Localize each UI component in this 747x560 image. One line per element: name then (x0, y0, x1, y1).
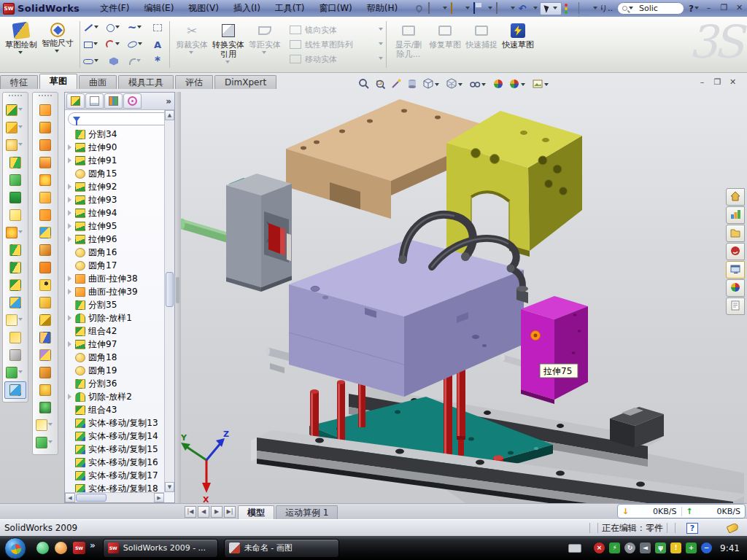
toolbar-overflow-label[interactable]: り.. (600, 3, 613, 14)
tab-dimxpert-manager[interactable] (123, 93, 142, 109)
hud-edit-appearance[interactable] (492, 78, 504, 92)
quicklaunch-chevron[interactable]: » (90, 540, 96, 551)
options-dropdown[interactable] (593, 7, 597, 9)
tool-extruded-boss[interactable] (4, 119, 26, 136)
tray-warning[interactable]: ! (670, 542, 681, 553)
expand-arrow-icon[interactable] (68, 197, 75, 203)
tool-split[interactable] (4, 241, 26, 259)
tool-curve-tool[interactable] (34, 434, 56, 451)
spline-tool[interactable]: ~ (125, 20, 147, 36)
tree-item-组合43[interactable]: 组合43 (68, 403, 164, 416)
tab-configuration-manager[interactable] (104, 93, 123, 109)
scroll-thumb[interactable] (76, 494, 107, 502)
hud-display-style[interactable] (446, 78, 465, 92)
prev-tab-button[interactable]: ◀ (198, 506, 209, 518)
toolbar-drag-handle[interactable] (39, 95, 52, 99)
core-block[interactable] (266, 239, 524, 397)
expand-arrow-icon[interactable] (68, 315, 75, 321)
tool-surface-flatten[interactable] (34, 364, 56, 381)
taskpane-view-palette[interactable] (726, 261, 745, 279)
new-document-icon[interactable] (428, 2, 430, 14)
panel-splitter[interactable] (175, 92, 181, 503)
minimize-button[interactable]: – (703, 3, 715, 14)
tool-elbow-surface[interactable] (34, 259, 56, 276)
save-dropdown[interactable] (488, 7, 492, 9)
menu-插入(I)[interactable]: 插入(I) (226, 1, 268, 15)
doc-minimize-button[interactable]: – (696, 77, 708, 88)
taskpane-solidworks-search[interactable] (726, 243, 745, 260)
tree-item-拉伸92[interactable]: 拉伸92 (68, 180, 164, 193)
task-未命名 - 画图[interactable]: 未命名 - 画图 (224, 539, 339, 558)
tool-replace-face[interactable] (34, 294, 56, 311)
tree-horizontal-scrollbar[interactable]: ◀ ▶ (65, 492, 164, 502)
taskpane-file-explorer[interactable] (726, 225, 745, 242)
text-tool[interactable]: A (147, 36, 169, 53)
tool-split-body[interactable] (4, 259, 26, 276)
tab-DimXpert[interactable]: DimXpert (214, 75, 276, 89)
tree-item-实体-移动/复制16[interactable]: 实体-移动/复制16 (68, 456, 164, 469)
tab-评估[interactable]: 评估 (175, 75, 213, 89)
toolbar-drag-handle[interactable] (9, 95, 22, 99)
doc-tab-模型[interactable]: 模型 (238, 505, 274, 519)
tool-instant3d[interactable] (4, 381, 26, 399)
tab-property-manager[interactable] (85, 93, 104, 109)
tool-combine[interactable] (4, 276, 26, 294)
task-SolidWorks 2009 - ...[interactable]: SWSolidWorks 2009 - ... (103, 539, 218, 558)
tool-delete-face[interactable] (34, 276, 56, 294)
quicklaunch-messenger-icon[interactable] (36, 542, 49, 554)
tool-reference-axis[interactable] (4, 346, 26, 364)
input-method-icon[interactable] (568, 544, 581, 553)
tree-item-切除-放样2[interactable]: 切除-放样2 (68, 390, 164, 403)
tool-shell[interactable] (4, 171, 26, 189)
expand-arrow-icon[interactable] (68, 394, 75, 400)
tray-shield-power[interactable]: ⚡ (609, 542, 620, 553)
next-tab-button[interactable]: ▶ (211, 506, 222, 518)
expand-arrow-icon[interactable] (68, 289, 75, 295)
quicklaunch-solidworks-icon[interactable]: SW (73, 542, 85, 554)
first-tab-button[interactable]: |◀ (185, 506, 196, 518)
hud-view-orientation[interactable] (422, 78, 441, 92)
undo-dropdown[interactable] (533, 7, 538, 9)
tool-reference-plane[interactable] (4, 329, 26, 346)
scroll-thumb[interactable] (166, 272, 174, 307)
tray-network[interactable]: ψ (655, 542, 666, 553)
tool-linear-pattern[interactable] (4, 224, 26, 241)
tree-item-曲面-拉伸39[interactable]: 曲面-拉伸39 (68, 285, 164, 298)
tree-item-实体-移动/复制18[interactable]: 实体-移动/复制18 (68, 482, 164, 492)
expand-arrow-icon[interactable] (68, 276, 75, 281)
tool-loft-funnel[interactable] (34, 154, 56, 171)
tree-item-拉伸93[interactable]: 拉伸93 (68, 193, 164, 206)
start-button[interactable] (4, 537, 26, 559)
undo-icon[interactable]: ↶ (519, 3, 527, 14)
select-tool-button[interactable] (540, 2, 562, 15)
hud-zoom-to-fit[interactable] (358, 78, 370, 92)
doc-restore-button[interactable]: ❐ (711, 77, 724, 88)
search-box[interactable]: Solic (617, 2, 684, 15)
tool-extend-surface[interactable] (34, 329, 56, 346)
tree-item-拉伸94[interactable]: 拉伸94 (68, 206, 164, 219)
splitter-handle[interactable] (176, 277, 179, 303)
button-转换实体引用[interactable]: 转换实体引用 (210, 20, 247, 69)
arc-tool[interactable] (103, 36, 125, 53)
print-icon[interactable] (496, 2, 498, 14)
scroll-left-button[interactable]: ◀ (65, 493, 75, 502)
tab-特征[interactable]: 特征 (0, 75, 38, 89)
tree-item-分割34[interactable]: 分割34 (68, 128, 164, 141)
tool-point-tool[interactable] (34, 416, 56, 434)
sprue-block[interactable] (181, 174, 292, 292)
connector-pin[interactable] (500, 354, 522, 367)
button-智能尺寸[interactable]: 智能尺寸 (39, 20, 76, 69)
menu-帮助(H)[interactable]: 帮助(H) (360, 1, 405, 15)
doc-tab-运动算例 1[interactable]: 运动算例 1 (276, 505, 338, 519)
tool-untrim-surface[interactable] (34, 311, 56, 329)
pin-icon[interactable] (414, 4, 424, 13)
tree-item-圆角19[interactable]: 圆角19 (68, 364, 164, 377)
3d-model-exploded-view[interactable]: Y Z X 拉伸75 (181, 76, 747, 507)
button-快速草图[interactable]: 快速草图 (500, 20, 536, 69)
selection-box-tool[interactable] (147, 20, 169, 36)
ellipse-tool[interactable] (125, 36, 147, 53)
close-button[interactable]: ✕ (733, 3, 746, 14)
tree-item-实体-移动/复制15[interactable]: 实体-移动/复制15 (68, 443, 164, 456)
tree-item-拉伸96[interactable]: 拉伸96 (68, 233, 164, 246)
tree-vertical-scrollbar[interactable]: ▲ ▼ (164, 110, 174, 492)
